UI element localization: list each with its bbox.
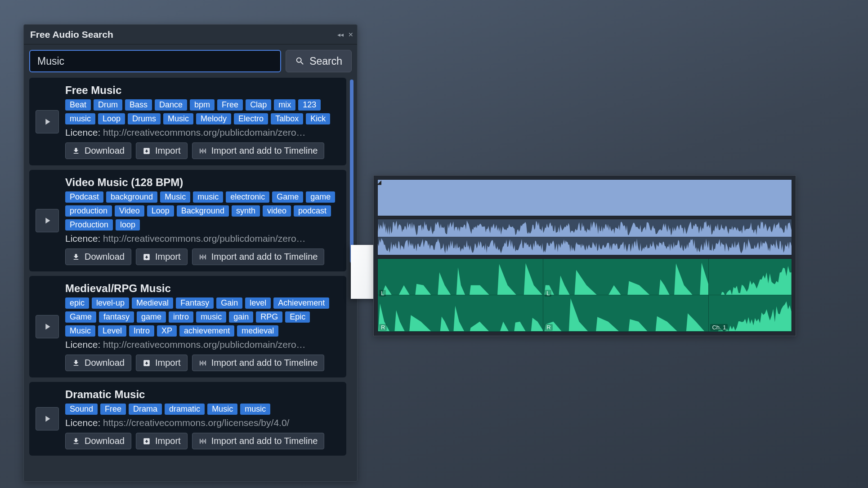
tag[interactable]: Kick <box>306 113 330 124</box>
licence-label: Licence: <box>65 127 100 138</box>
tag[interactable]: podcast <box>294 205 331 217</box>
tag[interactable]: Fantasy <box>176 297 214 309</box>
play-button[interactable] <box>36 315 59 338</box>
tag[interactable]: achievement <box>179 325 234 337</box>
tag[interactable]: game <box>306 191 335 203</box>
tag[interactable]: RPG <box>256 311 282 323</box>
tag[interactable]: level <box>245 297 271 309</box>
licence-value: https://creativecommons.org/licenses/by/… <box>100 417 289 428</box>
import-timeline-button-label: Import and add to Timeline <box>211 358 318 368</box>
dock-icon[interactable]: ◂◂ <box>337 31 344 38</box>
music-track[interactable]: L R L R Ch. 1 <box>377 258 792 332</box>
import-timeline-button-label: Import and add to Timeline <box>211 436 318 446</box>
tag[interactable]: bpm <box>190 99 215 111</box>
play-button[interactable] <box>36 209 59 232</box>
tag[interactable]: Electro <box>234 113 268 124</box>
import-button[interactable]: Import <box>136 433 188 449</box>
import-timeline-button[interactable]: Import and add to Timeline <box>192 142 325 159</box>
tag[interactable]: Gain <box>216 297 242 309</box>
tag[interactable]: Loop <box>147 205 174 217</box>
tag[interactable]: Drama <box>129 404 162 415</box>
free-audio-search-panel: Free Audio Search ◂◂ ✕ Search Free Music… <box>23 24 358 482</box>
tag[interactable]: video <box>263 205 291 217</box>
download-button[interactable]: Download <box>65 142 131 159</box>
tag[interactable]: Free <box>100 404 126 415</box>
close-icon[interactable]: ✕ <box>348 31 353 38</box>
tag[interactable]: Loop <box>98 113 125 124</box>
tag[interactable]: Intro <box>129 325 154 337</box>
tag[interactable]: Epic <box>285 311 310 323</box>
tag[interactable]: intro <box>169 311 193 323</box>
actions-row: DownloadImportImport and add to Timeline <box>65 433 342 449</box>
tag[interactable]: Game <box>65 311 96 323</box>
tag[interactable]: loop <box>116 219 140 231</box>
tag[interactable]: medieval <box>237 325 278 337</box>
tag[interactable]: music <box>240 404 270 415</box>
tag[interactable]: music <box>196 311 226 323</box>
channel-label: Ch. 1 <box>710 324 728 331</box>
tag[interactable]: level-up <box>92 297 129 309</box>
tag[interactable]: Music <box>65 325 95 337</box>
tag[interactable]: Clap <box>246 99 271 111</box>
import-timeline-button[interactable]: Import and add to Timeline <box>192 355 325 371</box>
tag[interactable]: production <box>65 205 112 217</box>
download-button[interactable]: Download <box>65 433 131 449</box>
play-button[interactable] <box>36 110 59 133</box>
tag[interactable]: mix <box>274 99 295 111</box>
search-button[interactable]: Search <box>286 50 352 72</box>
tag[interactable]: Music <box>160 191 190 203</box>
video-track[interactable] <box>377 179 792 216</box>
tag[interactable]: Melody <box>196 113 231 124</box>
tag[interactable]: Achievement <box>273 297 329 309</box>
tag[interactable]: music <box>193 191 223 203</box>
tag[interactable]: fantasy <box>99 311 134 323</box>
download-button[interactable]: Download <box>65 248 131 265</box>
tag[interactable]: Podcast <box>65 191 103 203</box>
import-button-label: Import <box>155 358 181 368</box>
tag[interactable]: Production <box>65 219 113 231</box>
actions-row: DownloadImportImport and add to Timeline <box>65 248 342 265</box>
tag[interactable]: Talbox <box>271 113 303 124</box>
tag[interactable]: Music <box>163 113 193 124</box>
import-timeline-button[interactable]: Import and add to Timeline <box>192 248 325 265</box>
tag[interactable]: Music <box>207 404 237 415</box>
audio-track[interactable] <box>377 219 792 256</box>
import-button[interactable]: Import <box>136 142 188 159</box>
import-timeline-button[interactable]: Import and add to Timeline <box>192 433 325 449</box>
lane-label-L: L <box>379 290 386 297</box>
tag[interactable]: Drum <box>94 99 122 111</box>
play-button[interactable] <box>36 407 59 430</box>
tag[interactable]: music <box>65 113 95 124</box>
tag[interactable]: Video <box>115 205 144 217</box>
result-card: Free MusicBeatDrumBassDancebpmFreeClapmi… <box>29 78 346 165</box>
result-card: Medieval/RPG Musicepiclevel-upMedievalFa… <box>29 276 346 377</box>
tag[interactable]: synth <box>232 205 260 217</box>
tag[interactable]: Bass <box>125 99 152 111</box>
tags-row: PodcastbackgroundMusicmusicelectronicGam… <box>65 191 342 231</box>
tag[interactable]: dramatic <box>165 404 205 415</box>
tag[interactable]: 123 <box>298 99 321 111</box>
search-input[interactable] <box>29 50 281 72</box>
tag[interactable]: Drums <box>128 113 161 124</box>
tag[interactable]: game <box>137 311 166 323</box>
import-button[interactable]: Import <box>136 355 188 371</box>
tag[interactable]: XP <box>157 325 177 337</box>
timeline-panel: L R L R Ch. 1 <box>373 175 796 336</box>
tag[interactable]: Medieval <box>132 297 173 309</box>
licence-value: http://creativecommons.org/publicdomain/… <box>100 127 305 138</box>
actions-row: DownloadImportImport and add to Timeline <box>65 355 342 371</box>
tag[interactable]: Sound <box>65 404 98 415</box>
tag[interactable]: epic <box>65 297 89 309</box>
tag[interactable]: Beat <box>65 99 91 111</box>
tag[interactable]: background <box>106 191 157 203</box>
tag[interactable]: Background <box>177 205 229 217</box>
tag[interactable]: Dance <box>155 99 187 111</box>
tag[interactable]: Free <box>217 99 243 111</box>
import-button[interactable]: Import <box>136 248 188 265</box>
tag[interactable]: Level <box>98 325 126 337</box>
import-timeline-button-label: Import and add to Timeline <box>211 146 318 156</box>
tag[interactable]: Game <box>272 191 303 203</box>
tag[interactable]: gain <box>229 311 253 323</box>
download-button[interactable]: Download <box>65 355 131 371</box>
tag[interactable]: electronic <box>226 191 269 203</box>
